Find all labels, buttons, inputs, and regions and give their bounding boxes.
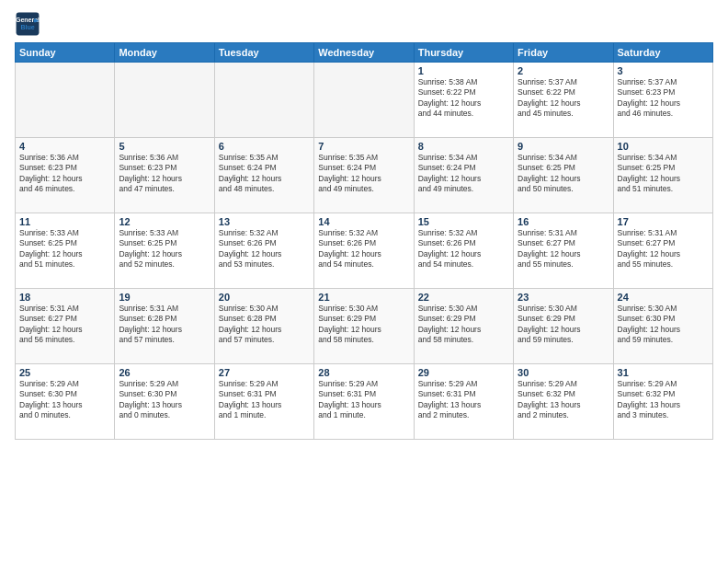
weekday-header-thursday: Thursday xyxy=(414,43,513,63)
day-info: Sunrise: 5:34 AM Sunset: 6:25 PM Dayligh… xyxy=(518,153,609,195)
day-info: Sunrise: 5:29 AM Sunset: 6:32 PM Dayligh… xyxy=(618,379,709,421)
day-number: 28 xyxy=(318,367,409,378)
day-cell: 4Sunrise: 5:36 AM Sunset: 6:23 PM Daylig… xyxy=(16,138,115,213)
day-number: 15 xyxy=(418,216,509,227)
day-number: 14 xyxy=(318,216,409,227)
day-info: Sunrise: 5:36 AM Sunset: 6:23 PM Dayligh… xyxy=(19,153,110,195)
day-info: Sunrise: 5:36 AM Sunset: 6:23 PM Dayligh… xyxy=(119,153,210,195)
day-info: Sunrise: 5:31 AM Sunset: 6:28 PM Dayligh… xyxy=(119,304,210,346)
day-number: 1 xyxy=(418,65,509,76)
day-cell: 20Sunrise: 5:30 AM Sunset: 6:28 PM Dayli… xyxy=(214,289,313,364)
weekday-header-tuesday: Tuesday xyxy=(214,43,313,63)
day-info: Sunrise: 5:30 AM Sunset: 6:29 PM Dayligh… xyxy=(518,304,609,346)
day-cell: 21Sunrise: 5:30 AM Sunset: 6:29 PM Dayli… xyxy=(314,289,414,364)
day-number: 23 xyxy=(518,292,609,303)
day-cell: 19Sunrise: 5:31 AM Sunset: 6:28 PM Dayli… xyxy=(115,289,214,364)
day-info: Sunrise: 5:32 AM Sunset: 6:26 PM Dayligh… xyxy=(418,228,509,270)
day-number: 17 xyxy=(618,216,709,227)
week-row-4: 18Sunrise: 5:31 AM Sunset: 6:27 PM Dayli… xyxy=(16,289,713,364)
day-number: 30 xyxy=(518,367,609,378)
day-cell: 5Sunrise: 5:36 AM Sunset: 6:23 PM Daylig… xyxy=(115,138,214,213)
day-cell xyxy=(16,63,115,138)
week-row-5: 25Sunrise: 5:29 AM Sunset: 6:30 PM Dayli… xyxy=(16,364,713,440)
day-cell: 17Sunrise: 5:31 AM Sunset: 6:27 PM Dayli… xyxy=(613,213,712,289)
day-number: 7 xyxy=(318,141,409,152)
day-cell: 6Sunrise: 5:35 AM Sunset: 6:24 PM Daylig… xyxy=(214,138,313,213)
logo: General Blue xyxy=(15,11,44,37)
day-info: Sunrise: 5:30 AM Sunset: 6:28 PM Dayligh… xyxy=(219,304,310,346)
day-info: Sunrise: 5:29 AM Sunset: 6:32 PM Dayligh… xyxy=(518,379,609,421)
day-info: Sunrise: 5:29 AM Sunset: 6:30 PM Dayligh… xyxy=(119,379,210,421)
day-number: 4 xyxy=(19,141,110,152)
day-info: Sunrise: 5:30 AM Sunset: 6:29 PM Dayligh… xyxy=(318,304,409,346)
day-cell: 11Sunrise: 5:33 AM Sunset: 6:25 PM Dayli… xyxy=(16,213,115,289)
day-info: Sunrise: 5:31 AM Sunset: 6:27 PM Dayligh… xyxy=(19,304,110,346)
day-cell: 7Sunrise: 5:35 AM Sunset: 6:24 PM Daylig… xyxy=(314,138,414,213)
day-cell: 3Sunrise: 5:37 AM Sunset: 6:23 PM Daylig… xyxy=(613,63,712,138)
weekday-header-sunday: Sunday xyxy=(16,43,115,63)
day-info: Sunrise: 5:38 AM Sunset: 6:22 PM Dayligh… xyxy=(418,77,509,120)
day-number: 3 xyxy=(618,65,709,76)
day-number: 9 xyxy=(518,141,609,152)
day-number: 25 xyxy=(19,367,110,378)
day-number: 24 xyxy=(618,292,709,303)
day-number: 10 xyxy=(618,141,709,152)
day-info: Sunrise: 5:30 AM Sunset: 6:29 PM Dayligh… xyxy=(418,304,509,346)
day-info: Sunrise: 5:29 AM Sunset: 6:31 PM Dayligh… xyxy=(418,379,509,421)
day-cell xyxy=(214,63,313,138)
day-info: Sunrise: 5:34 AM Sunset: 6:24 PM Dayligh… xyxy=(418,153,509,195)
day-number: 13 xyxy=(219,216,310,227)
day-number: 8 xyxy=(418,141,509,152)
day-cell: 15Sunrise: 5:32 AM Sunset: 6:26 PM Dayli… xyxy=(414,213,513,289)
day-cell: 8Sunrise: 5:34 AM Sunset: 6:24 PM Daylig… xyxy=(414,138,513,213)
day-info: Sunrise: 5:32 AM Sunset: 6:26 PM Dayligh… xyxy=(219,228,310,270)
weekday-header-friday: Friday xyxy=(514,43,613,63)
day-cell: 27Sunrise: 5:29 AM Sunset: 6:31 PM Dayli… xyxy=(214,364,313,440)
day-cell: 13Sunrise: 5:32 AM Sunset: 6:26 PM Dayli… xyxy=(214,213,313,289)
day-info: Sunrise: 5:31 AM Sunset: 6:27 PM Dayligh… xyxy=(518,228,609,270)
day-info: Sunrise: 5:33 AM Sunset: 6:25 PM Dayligh… xyxy=(19,228,110,270)
day-cell: 1Sunrise: 5:38 AM Sunset: 6:22 PM Daylig… xyxy=(414,63,513,138)
day-cell: 26Sunrise: 5:29 AM Sunset: 6:30 PM Dayli… xyxy=(115,364,214,440)
day-info: Sunrise: 5:35 AM Sunset: 6:24 PM Dayligh… xyxy=(318,153,409,195)
weekday-header-saturday: Saturday xyxy=(613,43,712,63)
week-row-1: 1Sunrise: 5:38 AM Sunset: 6:22 PM Daylig… xyxy=(16,63,713,138)
day-cell: 16Sunrise: 5:31 AM Sunset: 6:27 PM Dayli… xyxy=(514,213,613,289)
day-cell: 31Sunrise: 5:29 AM Sunset: 6:32 PM Dayli… xyxy=(613,364,712,440)
logo-icon: General Blue xyxy=(15,11,40,37)
weekday-header-monday: Monday xyxy=(115,43,214,63)
day-number: 2 xyxy=(518,65,609,76)
day-info: Sunrise: 5:29 AM Sunset: 6:30 PM Dayligh… xyxy=(19,379,110,421)
day-info: Sunrise: 5:32 AM Sunset: 6:26 PM Dayligh… xyxy=(318,228,409,270)
weekday-header-wednesday: Wednesday xyxy=(314,43,414,63)
day-info: Sunrise: 5:37 AM Sunset: 6:23 PM Dayligh… xyxy=(618,77,709,120)
day-number: 27 xyxy=(219,367,310,378)
day-info: Sunrise: 5:34 AM Sunset: 6:25 PM Dayligh… xyxy=(618,153,709,195)
day-info: Sunrise: 5:29 AM Sunset: 6:31 PM Dayligh… xyxy=(219,379,310,421)
day-cell: 14Sunrise: 5:32 AM Sunset: 6:26 PM Dayli… xyxy=(314,213,414,289)
week-row-2: 4Sunrise: 5:36 AM Sunset: 6:23 PM Daylig… xyxy=(16,138,713,213)
day-cell xyxy=(115,63,214,138)
day-cell: 12Sunrise: 5:33 AM Sunset: 6:25 PM Dayli… xyxy=(115,213,214,289)
day-info: Sunrise: 5:35 AM Sunset: 6:24 PM Dayligh… xyxy=(219,153,310,195)
day-cell: 9Sunrise: 5:34 AM Sunset: 6:25 PM Daylig… xyxy=(514,138,613,213)
day-number: 5 xyxy=(119,141,210,152)
week-row-3: 11Sunrise: 5:33 AM Sunset: 6:25 PM Dayli… xyxy=(16,213,713,289)
day-number: 6 xyxy=(219,141,310,152)
day-cell: 23Sunrise: 5:30 AM Sunset: 6:29 PM Dayli… xyxy=(514,289,613,364)
page: General Blue SundayMondayTuesdayWednesda… xyxy=(0,0,728,563)
day-cell: 25Sunrise: 5:29 AM Sunset: 6:30 PM Dayli… xyxy=(16,364,115,440)
day-info: Sunrise: 5:29 AM Sunset: 6:31 PM Dayligh… xyxy=(318,379,409,421)
header: General Blue xyxy=(15,11,713,37)
day-info: Sunrise: 5:30 AM Sunset: 6:30 PM Dayligh… xyxy=(618,304,709,346)
day-number: 20 xyxy=(219,292,310,303)
calendar: SundayMondayTuesdayWednesdayThursdayFrid… xyxy=(15,42,713,440)
day-cell: 29Sunrise: 5:29 AM Sunset: 6:31 PM Dayli… xyxy=(414,364,513,440)
day-number: 26 xyxy=(119,367,210,378)
svg-text:Blue: Blue xyxy=(20,24,34,30)
day-number: 29 xyxy=(418,367,509,378)
weekday-header-row: SundayMondayTuesdayWednesdayThursdayFrid… xyxy=(16,43,713,63)
day-number: 18 xyxy=(19,292,110,303)
day-number: 16 xyxy=(518,216,609,227)
day-cell: 10Sunrise: 5:34 AM Sunset: 6:25 PM Dayli… xyxy=(613,138,712,213)
